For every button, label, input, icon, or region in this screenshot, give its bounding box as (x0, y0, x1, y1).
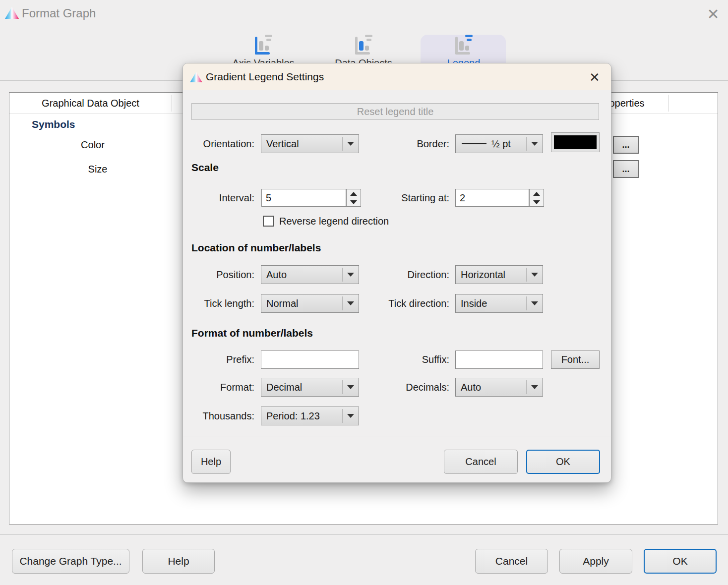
interval-stepper (261, 189, 361, 207)
row-label-color[interactable]: Color (43, 139, 142, 151)
prefix-label: Prefix: (183, 351, 254, 369)
orientation-label: Orientation: (183, 134, 254, 153)
size-properties-button[interactable]: ... (613, 160, 639, 178)
modal-close-icon[interactable]: ✕ (584, 67, 606, 87)
modal-footer-divider (183, 436, 611, 436)
data-objects-tab-icon[interactable] (354, 35, 373, 57)
format-heading: Format of number/labels (191, 327, 313, 339)
chevron-down-icon (527, 301, 543, 305)
chevron-down-icon (527, 385, 543, 389)
font-button[interactable]: Font... (551, 351, 600, 369)
tick-direction-label: Tick direction: (347, 294, 449, 313)
border-color-button[interactable] (551, 132, 600, 152)
border-thickness-dropdown[interactable]: ½ pt (455, 134, 543, 153)
modal-cancel-button[interactable]: Cancel (444, 450, 518, 474)
border-label: Border: (347, 134, 449, 153)
line-style-swatch (462, 143, 486, 144)
modal-title: Gradient Legend Settings (206, 63, 324, 90)
chevron-down-icon (527, 273, 543, 277)
starting-at-label: Starting at: (347, 189, 449, 207)
column-divider (172, 95, 172, 112)
spinner-up-icon[interactable] (530, 189, 544, 198)
cancel-button[interactable]: Cancel (475, 549, 548, 574)
interval-input[interactable] (261, 189, 346, 207)
format-graph-dialog: { "window": { "title": "Format Graph", "… (0, 0, 728, 585)
direction-dropdown[interactable]: Horizontal (455, 265, 543, 284)
position-value: Auto (261, 269, 342, 281)
decimals-value: Auto (456, 382, 526, 393)
column-header-graphical-data-object: Graphical Data Object (9, 93, 172, 114)
starting-at-input[interactable] (455, 189, 529, 207)
scale-heading: Scale (191, 162, 219, 174)
group-label-symbols[interactable]: Symbols (32, 118, 75, 130)
prefix-input[interactable] (261, 351, 359, 369)
interval-label: Interval: (183, 189, 254, 207)
footer-divider (0, 534, 728, 535)
gradient-legend-settings-dialog: Gradient Legend Settings ✕ Reset legend … (182, 63, 611, 483)
location-heading: Location of number/labels (191, 242, 321, 254)
decimals-label: Decimals: (347, 378, 449, 397)
modal-help-button[interactable]: Help (191, 450, 231, 474)
suffix-input[interactable] (455, 351, 543, 369)
orientation-value: Vertical (261, 138, 342, 150)
tick-direction-value: Inside (456, 298, 526, 309)
axis-variables-tab-icon[interactable] (254, 35, 273, 57)
color-properties-button[interactable]: ... (613, 136, 639, 154)
thousands-label: Thousands: (183, 407, 254, 425)
format-label: Format: (183, 378, 254, 397)
window-close-icon[interactable]: ✕ (702, 3, 724, 25)
direction-label: Direction: (347, 265, 449, 284)
tick-length-dropdown[interactable]: Normal (261, 294, 359, 313)
border-thickness-value: ½ pt (491, 138, 526, 150)
apply-button[interactable]: Apply (559, 549, 632, 574)
modal-ok-button[interactable]: OK (526, 450, 600, 474)
row-label-size[interactable]: Size (48, 164, 147, 175)
ok-button[interactable]: OK (644, 549, 717, 574)
prism-logo-icon (190, 72, 202, 82)
thousands-value: Period: 1.23 (261, 410, 342, 422)
tick-length-label: Tick length: (183, 294, 254, 313)
window-title: Format Graph (22, 0, 96, 27)
border-color-swatch (554, 135, 597, 149)
position-dropdown[interactable]: Auto (261, 265, 359, 284)
chevron-down-icon (527, 142, 543, 146)
tick-length-value: Normal (261, 298, 342, 309)
orientation-dropdown[interactable]: Vertical (261, 134, 359, 153)
change-graph-type-button[interactable]: Change Graph Type... (12, 549, 129, 574)
format-dropdown[interactable]: Decimal (261, 378, 359, 397)
column-divider (668, 95, 669, 112)
chevron-down-icon (343, 414, 359, 418)
legend-tab-icon[interactable] (454, 35, 473, 57)
reverse-legend-direction-label: Reverse legend direction (279, 212, 389, 230)
thousands-dropdown[interactable]: Period: 1.23 (261, 407, 359, 425)
help-button[interactable]: Help (142, 549, 215, 574)
format-value: Decimal (261, 382, 342, 393)
reset-legend-title-button[interactable]: Reset legend title (191, 103, 599, 120)
decimals-dropdown[interactable]: Auto (455, 378, 543, 397)
tick-direction-dropdown[interactable]: Inside (455, 294, 543, 313)
prism-logo-icon (5, 7, 19, 19)
position-label: Position: (183, 265, 254, 284)
starting-at-spinner[interactable] (529, 189, 544, 207)
direction-value: Horizontal (456, 269, 526, 281)
suffix-label: Suffix: (347, 351, 449, 369)
spinner-down-icon[interactable] (530, 198, 544, 206)
starting-at-stepper (455, 189, 544, 207)
reverse-legend-direction-checkbox[interactable] (263, 216, 274, 227)
